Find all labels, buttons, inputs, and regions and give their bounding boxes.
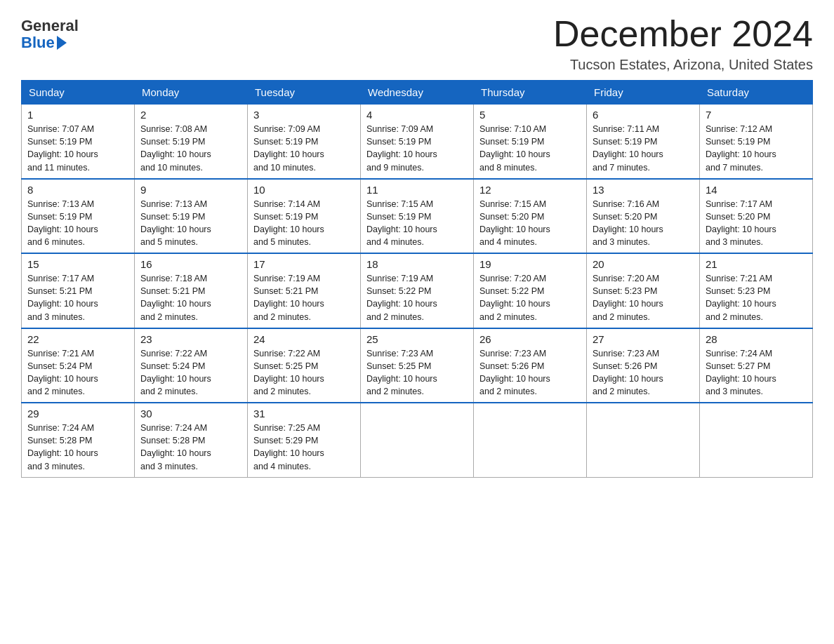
day-number: 3 xyxy=(253,109,355,121)
day-info: Sunrise: 7:21 AM Sunset: 5:24 PM Dayligh… xyxy=(27,347,128,398)
calendar-cell xyxy=(361,403,474,477)
day-number: 7 xyxy=(706,109,807,121)
day-info: Sunrise: 7:09 AM Sunset: 5:19 PM Dayligh… xyxy=(253,123,355,174)
calendar-cell: 30Sunrise: 7:24 AM Sunset: 5:28 PM Dayli… xyxy=(135,403,248,477)
day-info: Sunrise: 7:14 AM Sunset: 5:19 PM Dayligh… xyxy=(253,198,355,249)
day-number: 23 xyxy=(140,333,241,345)
calendar-cell: 4Sunrise: 7:09 AM Sunset: 5:19 PM Daylig… xyxy=(361,105,474,179)
calendar-cell: 29Sunrise: 7:24 AM Sunset: 5:28 PM Dayli… xyxy=(22,403,135,477)
calendar-week-row: 8Sunrise: 7:13 AM Sunset: 5:19 PM Daylig… xyxy=(22,179,813,254)
day-info: Sunrise: 7:18 AM Sunset: 5:21 PM Dayligh… xyxy=(140,272,241,323)
day-info: Sunrise: 7:24 AM Sunset: 5:28 PM Dayligh… xyxy=(27,422,128,473)
calendar-cell: 31Sunrise: 7:25 AM Sunset: 5:29 PM Dayli… xyxy=(248,403,361,477)
day-number: 1 xyxy=(27,109,128,121)
calendar-cell: 6Sunrise: 7:11 AM Sunset: 5:19 PM Daylig… xyxy=(587,105,700,179)
calendar-cell: 24Sunrise: 7:22 AM Sunset: 5:25 PM Dayli… xyxy=(248,328,361,403)
calendar-week-row: 1Sunrise: 7:07 AM Sunset: 5:19 PM Daylig… xyxy=(22,105,813,179)
calendar-cell: 20Sunrise: 7:20 AM Sunset: 5:23 PM Dayli… xyxy=(587,253,700,328)
day-number: 24 xyxy=(253,333,355,345)
day-info: Sunrise: 7:23 AM Sunset: 5:25 PM Dayligh… xyxy=(366,347,468,398)
calendar-cell xyxy=(587,403,700,477)
day-info: Sunrise: 7:17 AM Sunset: 5:21 PM Dayligh… xyxy=(27,272,128,323)
calendar-cell: 8Sunrise: 7:13 AM Sunset: 5:19 PM Daylig… xyxy=(22,179,135,254)
day-number: 13 xyxy=(593,184,694,196)
day-info: Sunrise: 7:13 AM Sunset: 5:19 PM Dayligh… xyxy=(140,198,241,249)
day-info: Sunrise: 7:09 AM Sunset: 5:19 PM Dayligh… xyxy=(366,123,468,174)
calendar-cell: 10Sunrise: 7:14 AM Sunset: 5:19 PM Dayli… xyxy=(248,179,361,254)
day-number: 19 xyxy=(479,258,581,270)
calendar-cell: 13Sunrise: 7:16 AM Sunset: 5:20 PM Dayli… xyxy=(587,179,700,254)
calendar-cell: 2Sunrise: 7:08 AM Sunset: 5:19 PM Daylig… xyxy=(135,105,248,179)
day-info: Sunrise: 7:07 AM Sunset: 5:19 PM Dayligh… xyxy=(27,123,128,174)
day-number: 20 xyxy=(593,258,694,270)
calendar-cell xyxy=(700,403,813,477)
calendar-cell: 12Sunrise: 7:15 AM Sunset: 5:20 PM Dayli… xyxy=(474,179,587,254)
day-info: Sunrise: 7:08 AM Sunset: 5:19 PM Dayligh… xyxy=(140,123,241,174)
calendar-cell xyxy=(474,403,587,477)
day-number: 5 xyxy=(479,109,581,121)
day-number: 14 xyxy=(706,184,807,196)
day-number: 28 xyxy=(706,333,807,345)
calendar-cell: 3Sunrise: 7:09 AM Sunset: 5:19 PM Daylig… xyxy=(248,105,361,179)
day-info: Sunrise: 7:19 AM Sunset: 5:22 PM Dayligh… xyxy=(366,272,468,323)
weekday-header-monday: Monday xyxy=(135,81,248,105)
day-info: Sunrise: 7:17 AM Sunset: 5:20 PM Dayligh… xyxy=(706,198,807,249)
day-number: 27 xyxy=(593,333,694,345)
weekday-header-tuesday: Tuesday xyxy=(248,81,361,105)
day-info: Sunrise: 7:20 AM Sunset: 5:22 PM Dayligh… xyxy=(479,272,581,323)
day-number: 4 xyxy=(366,109,468,121)
calendar-cell: 27Sunrise: 7:23 AM Sunset: 5:26 PM Dayli… xyxy=(587,328,700,403)
day-number: 11 xyxy=(366,184,468,196)
day-number: 12 xyxy=(479,184,581,196)
day-number: 21 xyxy=(706,258,807,270)
logo-triangle-icon xyxy=(57,36,67,50)
calendar-cell: 7Sunrise: 7:12 AM Sunset: 5:19 PM Daylig… xyxy=(700,105,813,179)
location-subtitle: Tucson Estates, Arizona, United States xyxy=(553,57,813,73)
day-number: 22 xyxy=(27,333,128,345)
calendar-cell: 19Sunrise: 7:20 AM Sunset: 5:22 PM Dayli… xyxy=(474,253,587,328)
weekday-header-sunday: Sunday xyxy=(22,81,135,105)
day-number: 17 xyxy=(253,258,355,270)
day-info: Sunrise: 7:19 AM Sunset: 5:21 PM Dayligh… xyxy=(253,272,355,323)
day-number: 8 xyxy=(27,184,128,196)
logo-blue-text: Blue xyxy=(21,34,67,51)
title-area: December 2024 Tucson Estates, Arizona, U… xyxy=(553,14,813,73)
day-info: Sunrise: 7:22 AM Sunset: 5:25 PM Dayligh… xyxy=(253,347,355,398)
calendar-cell: 11Sunrise: 7:15 AM Sunset: 5:19 PM Dayli… xyxy=(361,179,474,254)
day-number: 10 xyxy=(253,184,355,196)
weekday-header-friday: Friday xyxy=(587,81,700,105)
calendar-cell: 15Sunrise: 7:17 AM Sunset: 5:21 PM Dayli… xyxy=(22,253,135,328)
calendar-cell: 21Sunrise: 7:21 AM Sunset: 5:23 PM Dayli… xyxy=(700,253,813,328)
month-year-title: December 2024 xyxy=(553,14,813,54)
day-number: 16 xyxy=(140,258,241,270)
day-number: 30 xyxy=(140,408,241,420)
day-info: Sunrise: 7:12 AM Sunset: 5:19 PM Dayligh… xyxy=(706,123,807,174)
day-info: Sunrise: 7:23 AM Sunset: 5:26 PM Dayligh… xyxy=(593,347,694,398)
day-number: 29 xyxy=(27,408,128,420)
calendar-cell: 16Sunrise: 7:18 AM Sunset: 5:21 PM Dayli… xyxy=(135,253,248,328)
day-info: Sunrise: 7:22 AM Sunset: 5:24 PM Dayligh… xyxy=(140,347,241,398)
day-info: Sunrise: 7:24 AM Sunset: 5:27 PM Dayligh… xyxy=(706,347,807,398)
day-info: Sunrise: 7:10 AM Sunset: 5:19 PM Dayligh… xyxy=(479,123,581,174)
calendar-cell: 17Sunrise: 7:19 AM Sunset: 5:21 PM Dayli… xyxy=(248,253,361,328)
day-info: Sunrise: 7:16 AM Sunset: 5:20 PM Dayligh… xyxy=(593,198,694,249)
day-number: 31 xyxy=(253,408,355,420)
day-info: Sunrise: 7:15 AM Sunset: 5:19 PM Dayligh… xyxy=(366,198,468,249)
day-info: Sunrise: 7:23 AM Sunset: 5:26 PM Dayligh… xyxy=(479,347,581,398)
day-info: Sunrise: 7:11 AM Sunset: 5:19 PM Dayligh… xyxy=(593,123,694,174)
day-number: 25 xyxy=(366,333,468,345)
day-number: 26 xyxy=(479,333,581,345)
calendar-week-row: 15Sunrise: 7:17 AM Sunset: 5:21 PM Dayli… xyxy=(22,253,813,328)
weekday-header-wednesday: Wednesday xyxy=(361,81,474,105)
day-info: Sunrise: 7:21 AM Sunset: 5:23 PM Dayligh… xyxy=(706,272,807,323)
calendar-cell: 28Sunrise: 7:24 AM Sunset: 5:27 PM Dayli… xyxy=(700,328,813,403)
calendar-cell: 25Sunrise: 7:23 AM Sunset: 5:25 PM Dayli… xyxy=(361,328,474,403)
day-info: Sunrise: 7:24 AM Sunset: 5:28 PM Dayligh… xyxy=(140,422,241,473)
day-info: Sunrise: 7:15 AM Sunset: 5:20 PM Dayligh… xyxy=(479,198,581,249)
day-number: 6 xyxy=(593,109,694,121)
logo-general-text: General xyxy=(21,18,79,34)
calendar-cell: 22Sunrise: 7:21 AM Sunset: 5:24 PM Dayli… xyxy=(22,328,135,403)
calendar-cell: 18Sunrise: 7:19 AM Sunset: 5:22 PM Dayli… xyxy=(361,253,474,328)
calendar-cell: 9Sunrise: 7:13 AM Sunset: 5:19 PM Daylig… xyxy=(135,179,248,254)
calendar-cell: 14Sunrise: 7:17 AM Sunset: 5:20 PM Dayli… xyxy=(700,179,813,254)
